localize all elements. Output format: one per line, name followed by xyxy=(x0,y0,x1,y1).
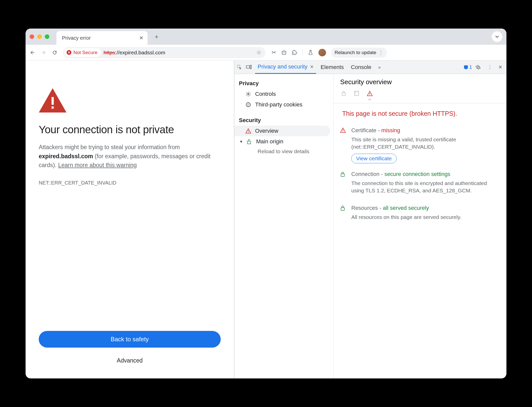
more-tabs-chevron-icon[interactable]: » xyxy=(376,64,383,70)
devtools-tab-console[interactable]: Console xyxy=(349,60,374,74)
maximize-window-button[interactable] xyxy=(45,34,49,39)
svg-rect-16 xyxy=(247,141,251,144)
svg-rect-23 xyxy=(341,174,344,176)
not-secure-message: This page is not secure (broken HTTPS). xyxy=(340,109,500,118)
sidebar-reload-hint: Reload to view details xyxy=(234,147,333,156)
error-code: NET::ERR_CERT_DATE_INVALID xyxy=(39,180,221,186)
sidebar-item-overview[interactable]: Overview xyxy=(234,126,330,136)
forward-button[interactable] xyxy=(41,50,48,55)
svg-point-10 xyxy=(247,104,248,104)
devtools-menu-kebab-icon[interactable]: ⋮ xyxy=(486,64,493,70)
sidebar-item-controls[interactable]: Controls xyxy=(234,89,333,99)
profile-avatar[interactable] xyxy=(318,49,326,56)
warning-triangle-icon xyxy=(245,128,252,133)
tab-search-button[interactable] xyxy=(492,31,502,42)
svg-rect-6 xyxy=(246,65,250,68)
gear-icon xyxy=(245,91,252,97)
new-tab-button[interactable]: + xyxy=(152,31,161,42)
svg-point-1 xyxy=(283,52,284,53)
toolbar-separator xyxy=(302,49,303,56)
svg-point-9 xyxy=(246,103,251,107)
back-button[interactable] xyxy=(30,50,37,55)
svg-point-11 xyxy=(249,104,249,104)
warning-triangle-icon xyxy=(39,88,67,112)
error-headline: Your connection is not private xyxy=(39,124,221,136)
learn-more-link[interactable]: Learn more about this warning xyxy=(58,162,137,168)
warning-triangle-icon xyxy=(340,127,347,163)
close-panel-tab-icon[interactable]: ✕ xyxy=(310,64,314,70)
svg-point-13 xyxy=(249,105,249,105)
svg-point-22 xyxy=(343,131,343,132)
minimize-window-button[interactable] xyxy=(37,34,42,39)
close-window-button[interactable] xyxy=(30,34,34,39)
devtools: Privacy and security ✕ Elements Console … xyxy=(234,60,506,378)
svg-rect-3 xyxy=(52,97,54,105)
connection-section: Connection - secure connection settings … xyxy=(340,171,500,197)
warning-icon[interactable] xyxy=(367,91,373,98)
lock-icon xyxy=(340,171,347,197)
sidebar-item-cookies[interactable]: Third-party cookies xyxy=(234,99,333,110)
devtools-tabbar: Privacy and security ✕ Elements Console … xyxy=(234,60,506,74)
lock-open-icon xyxy=(247,139,253,144)
cookie-icon xyxy=(245,102,252,107)
scissors-icon[interactable]: ✂ xyxy=(272,49,276,56)
svg-rect-17 xyxy=(342,93,345,96)
close-tab-button[interactable]: ✕ xyxy=(139,35,144,41)
inspect-element-icon[interactable] xyxy=(237,65,244,70)
advanced-button[interactable]: Advanced xyxy=(39,355,221,366)
devtools-close-icon[interactable]: ✕ xyxy=(497,64,504,70)
device-toolbar-icon[interactable] xyxy=(246,65,253,70)
issues-counter[interactable]: 1 xyxy=(464,64,472,70)
extensions-puzzle-icon[interactable] xyxy=(292,50,297,55)
svg-point-8 xyxy=(248,93,249,95)
devtools-tab-elements[interactable]: Elements xyxy=(318,60,346,74)
tab-title: Privacy error xyxy=(62,35,91,41)
address-bar[interactable]: ✕ Not Secure https://expired.badssl.com … xyxy=(63,47,265,58)
reload-button[interactable] xyxy=(52,50,59,55)
sidebar-item-main-origin[interactable]: ▼ Main origin xyxy=(234,136,333,147)
not-secure-icon: ✕ xyxy=(67,50,71,55)
tab-bar: Privacy error ✕ + xyxy=(26,29,506,45)
certificate-desc: This site is missing a valid, trusted ce… xyxy=(351,136,500,151)
url-text: https://expired.badssl.com xyxy=(104,50,165,56)
extension-robot-icon[interactable] xyxy=(281,50,287,55)
interstitial-page: Your connection is not private Attackers… xyxy=(26,60,234,378)
resources-desc: All resources on this page are served se… xyxy=(351,213,461,221)
mixed-content-icon[interactable] xyxy=(354,91,359,98)
issues-count: 1 xyxy=(469,64,472,70)
svg-point-12 xyxy=(248,105,248,106)
relaunch-button[interactable]: Relaunch to update ⋮ xyxy=(331,48,387,58)
toolbar: ✕ Not Secure https://expired.badssl.com … xyxy=(26,45,506,60)
svg-rect-18 xyxy=(355,91,359,96)
content-area: Your connection is not private Attackers… xyxy=(26,60,506,378)
svg-point-2 xyxy=(284,52,285,53)
expand-arrow-icon[interactable]: ▼ xyxy=(239,140,243,144)
lock-icon[interactable] xyxy=(341,91,346,98)
certificate-section: Certificate - missing This site is missi… xyxy=(340,127,500,163)
svg-rect-0 xyxy=(282,51,286,54)
sidebar-heading-privacy: Privacy xyxy=(234,78,333,89)
panel-divider xyxy=(334,103,506,103)
toolbar-actions: ✂ Relaunch to update ⋮ xyxy=(272,48,387,58)
security-chip-label: Not Secure xyxy=(73,50,97,55)
security-chip[interactable]: ✕ Not Secure xyxy=(65,48,101,57)
error-body: Attackers might be trying to steal your … xyxy=(39,143,221,170)
certificate-title: Certificate - missing xyxy=(351,127,500,134)
labs-flask-icon[interactable] xyxy=(308,50,313,55)
connection-desc: The connection to this site is encrypted… xyxy=(351,179,500,194)
view-certificate-button[interactable]: View certificate xyxy=(351,154,397,163)
overview-state-icons xyxy=(341,91,500,98)
bookmark-star-icon[interactable]: ☆ xyxy=(256,49,261,56)
url-scheme: https xyxy=(104,50,115,55)
menu-kebab-icon[interactable]: ⋮ xyxy=(378,50,383,56)
devtools-sidebar: Privacy Controls Third-party cookies Sec xyxy=(234,74,334,378)
back-to-safety-button[interactable]: Back to safety xyxy=(39,331,221,348)
panel-title: Security overview xyxy=(340,78,500,86)
devtools-settings-gear-icon[interactable] xyxy=(476,65,483,70)
browser-window: Privacy error ✕ + ✕ Not Secure https://e… xyxy=(26,29,506,378)
browser-tab[interactable]: Privacy error ✕ xyxy=(56,31,148,45)
lock-icon xyxy=(340,205,347,224)
devtools-tab-privacy-security[interactable]: Privacy and security ✕ xyxy=(255,60,316,74)
url-host: ://expired.badssl.com xyxy=(115,50,165,55)
relaunch-label: Relaunch to update xyxy=(335,50,376,55)
